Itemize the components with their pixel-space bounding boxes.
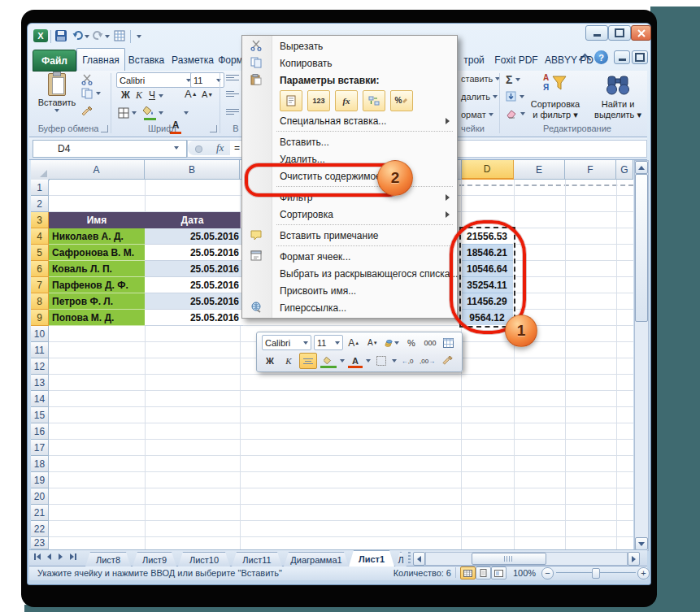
- datasheet-icon[interactable]: [114, 30, 125, 41]
- table-header-Дата[interactable]: Дата: [145, 212, 241, 228]
- workbook-restore-button[interactable]: [632, 50, 648, 64]
- insert-function-icon[interactable]: fx: [216, 141, 224, 154]
- mini-comma-button[interactable]: 000: [422, 336, 438, 350]
- excel-logo-icon[interactable]: X: [33, 29, 48, 42]
- tab-Разметка[interactable]: Разметка: [169, 50, 216, 70]
- table-row-name[interactable]: Петров Ф. Л.: [49, 293, 148, 310]
- paste-formulas-button[interactable]: fx: [335, 90, 358, 111]
- column-header-E[interactable]: E: [514, 160, 565, 180]
- tab-Форм[interactable]: Форм: [218, 50, 243, 70]
- row-header-8[interactable]: 8: [31, 293, 50, 310]
- name-box-dropdown-icon[interactable]: [174, 146, 179, 150]
- vertical-scrollbar-up-button[interactable]: [635, 161, 648, 174]
- mini-bold-button[interactable]: Ж: [262, 354, 278, 368]
- zoom-out-button[interactable]: −: [541, 567, 554, 579]
- row-header-11[interactable]: 11: [31, 342, 49, 358]
- window-maximize-button[interactable]: [608, 25, 631, 41]
- tab-Файл[interactable]: Файл: [33, 50, 76, 72]
- zoom-slider-thumb[interactable]: [592, 568, 600, 579]
- redo-dropdown-icon[interactable]: [105, 35, 110, 38]
- menu-item-format-cells[interactable]: Формат ячеек...: [242, 248, 457, 265]
- vertical-scrollbar-thumb[interactable]: [635, 174, 648, 322]
- format-painter-button[interactable]: [81, 106, 93, 118]
- sheet-tab-Лист1[interactable]: Лист1: [349, 550, 394, 566]
- sheet-tab-Диаграмма1[interactable]: Диаграмма1: [284, 552, 349, 566]
- hscroll-left-button[interactable]: [413, 552, 425, 566]
- menu-item-sort[interactable]: Сортировка: [242, 206, 457, 223]
- column-header-D[interactable]: D: [461, 160, 514, 180]
- mini-font-color-button[interactable]: А: [347, 354, 363, 368]
- autosum-button[interactable]: Σ: [506, 73, 520, 86]
- grow-font-button[interactable]: A▲: [185, 88, 198, 100]
- table-row-date[interactable]: 25.05.2016: [145, 310, 243, 326]
- align-middle-icon[interactable]: [226, 91, 239, 97]
- redo-button[interactable]: [92, 29, 104, 41]
- mini-shrink-font-button[interactable]: A▼: [364, 336, 380, 350]
- row-header-19[interactable]: 19: [31, 472, 49, 488]
- mini-italic-button[interactable]: К: [280, 354, 297, 368]
- save-button[interactable]: [55, 30, 67, 41]
- paste-values-button[interactable]: 123: [307, 90, 330, 111]
- mini-grow-font-button[interactable]: A▲: [346, 336, 362, 350]
- row-header-2[interactable]: 2: [31, 196, 49, 212]
- font-color-dropdown-icon[interactable]: [184, 111, 189, 115]
- mini-percent-button[interactable]: %: [403, 336, 420, 350]
- borders-dropdown-icon[interactable]: [132, 111, 137, 115]
- row-header-10[interactable]: 10: [31, 326, 49, 342]
- mini-borders-button[interactable]: [373, 354, 389, 368]
- table-row-name[interactable]: Николаев А. Д.: [49, 228, 148, 245]
- last-sheet-button[interactable]: [70, 553, 76, 560]
- hscroll-right-button[interactable]: [628, 552, 640, 566]
- zoom-level[interactable]: 100%: [513, 568, 536, 578]
- tab-Foxit PDF[interactable]: Foxit PDF: [491, 50, 541, 70]
- vertical-scrollbar-down-button[interactable]: [635, 537, 648, 550]
- window-minimize-button[interactable]: [585, 25, 608, 41]
- bold-button[interactable]: Ж: [120, 89, 132, 101]
- undo-dropdown-icon[interactable]: [85, 35, 89, 38]
- mini-center-align-button[interactable]: [299, 353, 317, 369]
- prev-sheet-button[interactable]: [47, 553, 51, 560]
- table-row-name[interactable]: Коваль Л. П.: [49, 261, 148, 277]
- mini-font-name-combo[interactable]: Calibri: [262, 335, 311, 350]
- table-row-name[interactable]: Попова М. Д.: [49, 310, 148, 326]
- menu-item-insert[interactable]: Вставить...: [242, 133, 457, 150]
- borders-button[interactable]: [118, 107, 129, 119]
- tab-splitter[interactable]: [408, 552, 411, 564]
- paste-transpose-button[interactable]: [363, 90, 385, 111]
- row-header-7[interactable]: 7: [31, 277, 50, 293]
- shrink-font-button[interactable]: A▼: [202, 89, 213, 99]
- select-all-corner[interactable]: [31, 160, 50, 180]
- table-row-name[interactable]: Парфенов Д. Ф.: [49, 277, 148, 293]
- sheet-tab-Лист11[interactable]: Лист11: [232, 552, 282, 566]
- mini-accounting-format-button[interactable]: [383, 336, 401, 350]
- column-header-A[interactable]: A: [49, 160, 145, 180]
- table-row-date[interactable]: 25.05.2016: [145, 228, 243, 245]
- copy-button[interactable]: [81, 88, 93, 99]
- next-sheet-button[interactable]: [59, 553, 63, 560]
- underline-dropdown-icon[interactable]: [159, 94, 163, 98]
- paste-button[interactable]: Вставить: [37, 73, 76, 124]
- tab-Главная[interactable]: Главная: [76, 48, 125, 71]
- mini-fill-color-dropdown-icon[interactable]: [340, 359, 345, 362]
- menu-item-paste-options[interactable]: Параметры вставки:: [242, 72, 457, 89]
- first-sheet-button[interactable]: [34, 553, 41, 560]
- row-header-21[interactable]: 21: [31, 505, 49, 521]
- row-header-23[interactable]: 23: [31, 537, 49, 549]
- column-header-F[interactable]: F: [565, 160, 616, 180]
- table-row-date[interactable]: 25.05.2016: [145, 261, 243, 277]
- cut-button[interactable]: [81, 74, 93, 85]
- help-icon[interactable]: ?: [594, 50, 608, 64]
- row-header-15[interactable]: 15: [31, 407, 49, 423]
- menu-item-cut[interactable]: Вырезать: [242, 37, 457, 54]
- sheet-tab-Лист9[interactable]: Лист9: [133, 552, 176, 566]
- clipboard-dialog-launcher-icon[interactable]: [101, 125, 108, 132]
- paste-button[interactable]: [280, 90, 302, 111]
- mini-borders-dropdown-icon[interactable]: [392, 359, 397, 362]
- table-header-Имя[interactable]: Имя: [49, 212, 146, 228]
- mini-format-painter-button[interactable]: [439, 354, 455, 368]
- menu-item-copy[interactable]: Копировать: [242, 54, 457, 72]
- menu-item-hyperlink[interactable]: Гиперссылка...: [242, 299, 457, 316]
- row-header-18[interactable]: 18: [31, 456, 49, 472]
- collapse-formula-dot[interactable]: [195, 145, 202, 153]
- table-row-date[interactable]: 25.05.2016: [145, 293, 243, 310]
